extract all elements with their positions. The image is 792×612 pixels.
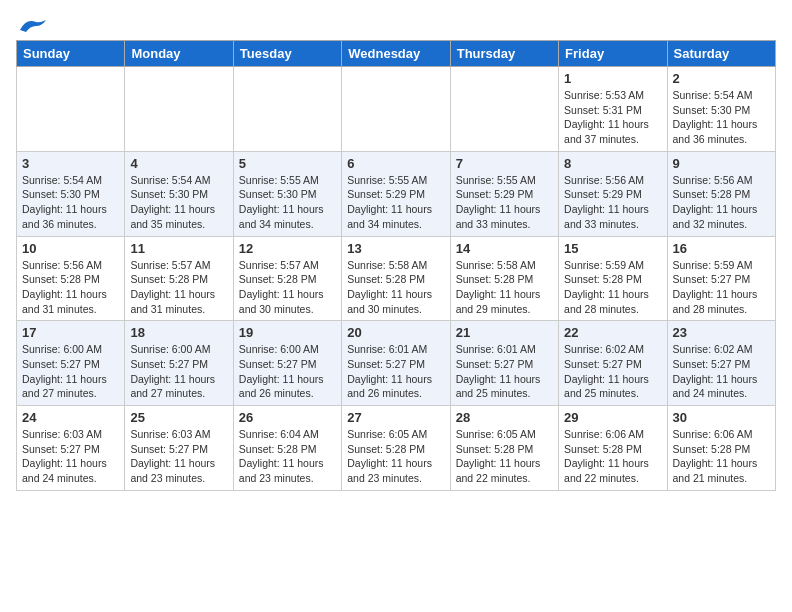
day-info-line: Sunrise: 6:03 AM — [130, 427, 227, 442]
day-info-line: Sunset: 5:28 PM — [347, 442, 444, 457]
day-info-line: Sunset: 5:28 PM — [347, 272, 444, 287]
calendar-cell: 18Sunrise: 6:00 AMSunset: 5:27 PMDayligh… — [125, 321, 233, 406]
day-number: 9 — [673, 156, 770, 171]
calendar-cell: 14Sunrise: 5:58 AMSunset: 5:28 PMDayligh… — [450, 236, 558, 321]
day-info-line: Sunrise: 5:54 AM — [673, 88, 770, 103]
calendar-cell: 9Sunrise: 5:56 AMSunset: 5:28 PMDaylight… — [667, 151, 775, 236]
day-info-line: Daylight: 11 hours — [456, 456, 553, 471]
day-number: 22 — [564, 325, 661, 340]
day-info-line: Daylight: 11 hours — [22, 202, 119, 217]
day-info-line: Sunrise: 6:00 AM — [130, 342, 227, 357]
day-info-line: Daylight: 11 hours — [347, 202, 444, 217]
calendar-cell: 19Sunrise: 6:00 AMSunset: 5:27 PMDayligh… — [233, 321, 341, 406]
day-info-line: Sunset: 5:28 PM — [130, 272, 227, 287]
day-info-line: Sunset: 5:28 PM — [22, 272, 119, 287]
day-info-line: and 37 minutes. — [564, 132, 661, 147]
day-info-line: Sunrise: 5:56 AM — [673, 173, 770, 188]
logo-bird-icon — [18, 16, 48, 36]
day-info-line: Sunset: 5:30 PM — [239, 187, 336, 202]
calendar-cell: 28Sunrise: 6:05 AMSunset: 5:28 PMDayligh… — [450, 406, 558, 491]
day-info-line: Sunset: 5:27 PM — [130, 442, 227, 457]
day-number: 20 — [347, 325, 444, 340]
day-info-line: Sunrise: 5:56 AM — [564, 173, 661, 188]
day-info-line: Daylight: 11 hours — [456, 287, 553, 302]
day-info-line: and 24 minutes. — [22, 471, 119, 486]
day-info-line: Daylight: 11 hours — [130, 287, 227, 302]
calendar-cell: 30Sunrise: 6:06 AMSunset: 5:28 PMDayligh… — [667, 406, 775, 491]
day-info-line: Sunset: 5:28 PM — [239, 272, 336, 287]
day-info-line: Daylight: 11 hours — [673, 372, 770, 387]
day-info-line: Sunrise: 6:02 AM — [673, 342, 770, 357]
day-info-line: Sunset: 5:27 PM — [22, 357, 119, 372]
day-info-line: and 21 minutes. — [673, 471, 770, 486]
day-info-line: Sunset: 5:27 PM — [239, 357, 336, 372]
day-number: 1 — [564, 71, 661, 86]
day-number: 5 — [239, 156, 336, 171]
day-info-line: Sunset: 5:28 PM — [564, 272, 661, 287]
day-number: 16 — [673, 241, 770, 256]
day-info-line: Sunset: 5:31 PM — [564, 103, 661, 118]
day-info-line: Daylight: 11 hours — [456, 202, 553, 217]
calendar-cell: 7Sunrise: 5:55 AMSunset: 5:29 PMDaylight… — [450, 151, 558, 236]
day-info-line: and 25 minutes. — [564, 386, 661, 401]
day-info-line: Sunset: 5:28 PM — [456, 442, 553, 457]
col-header-saturday: Saturday — [667, 41, 775, 67]
day-info-line: Daylight: 11 hours — [673, 117, 770, 132]
day-info-line: and 23 minutes. — [347, 471, 444, 486]
calendar-table: SundayMondayTuesdayWednesdayThursdayFrid… — [16, 40, 776, 491]
day-info-line: Sunset: 5:28 PM — [673, 442, 770, 457]
day-info-line: and 33 minutes. — [564, 217, 661, 232]
day-info-line: Sunset: 5:30 PM — [673, 103, 770, 118]
day-info-line: Daylight: 11 hours — [347, 372, 444, 387]
day-number: 21 — [456, 325, 553, 340]
day-info-line: Sunset: 5:30 PM — [22, 187, 119, 202]
day-number: 27 — [347, 410, 444, 425]
day-info-line: and 26 minutes. — [347, 386, 444, 401]
day-info-line: Sunset: 5:27 PM — [22, 442, 119, 457]
day-number: 30 — [673, 410, 770, 425]
day-info-line: Daylight: 11 hours — [564, 287, 661, 302]
day-number: 13 — [347, 241, 444, 256]
day-info-line: Sunrise: 6:04 AM — [239, 427, 336, 442]
day-number: 10 — [22, 241, 119, 256]
day-number: 19 — [239, 325, 336, 340]
calendar-cell: 24Sunrise: 6:03 AMSunset: 5:27 PMDayligh… — [17, 406, 125, 491]
day-info-line: Sunset: 5:28 PM — [239, 442, 336, 457]
day-info-line: Daylight: 11 hours — [22, 287, 119, 302]
day-number: 25 — [130, 410, 227, 425]
day-number: 24 — [22, 410, 119, 425]
col-header-thursday: Thursday — [450, 41, 558, 67]
day-info-line: Sunset: 5:28 PM — [456, 272, 553, 287]
day-info-line: Sunset: 5:27 PM — [673, 357, 770, 372]
day-number: 15 — [564, 241, 661, 256]
day-info-line: Daylight: 11 hours — [564, 202, 661, 217]
calendar-cell: 29Sunrise: 6:06 AMSunset: 5:28 PMDayligh… — [559, 406, 667, 491]
calendar-cell: 4Sunrise: 5:54 AMSunset: 5:30 PMDaylight… — [125, 151, 233, 236]
day-info-line: and 28 minutes. — [673, 302, 770, 317]
day-info-line: Sunset: 5:27 PM — [673, 272, 770, 287]
day-number: 26 — [239, 410, 336, 425]
day-number: 17 — [22, 325, 119, 340]
day-number: 8 — [564, 156, 661, 171]
day-info-line: and 33 minutes. — [456, 217, 553, 232]
calendar-cell: 8Sunrise: 5:56 AMSunset: 5:29 PMDaylight… — [559, 151, 667, 236]
calendar-cell: 2Sunrise: 5:54 AMSunset: 5:30 PMDaylight… — [667, 67, 775, 152]
day-info-line: and 24 minutes. — [673, 386, 770, 401]
day-info-line: Sunset: 5:27 PM — [130, 357, 227, 372]
calendar-cell: 10Sunrise: 5:56 AMSunset: 5:28 PMDayligh… — [17, 236, 125, 321]
calendar-cell: 20Sunrise: 6:01 AMSunset: 5:27 PMDayligh… — [342, 321, 450, 406]
day-info-line: and 23 minutes. — [130, 471, 227, 486]
day-info-line: Sunrise: 5:59 AM — [564, 258, 661, 273]
calendar-cell: 13Sunrise: 5:58 AMSunset: 5:28 PMDayligh… — [342, 236, 450, 321]
day-number: 2 — [673, 71, 770, 86]
day-info-line: and 23 minutes. — [239, 471, 336, 486]
calendar-cell — [125, 67, 233, 152]
calendar-cell: 25Sunrise: 6:03 AMSunset: 5:27 PMDayligh… — [125, 406, 233, 491]
calendar-cell: 11Sunrise: 5:57 AMSunset: 5:28 PMDayligh… — [125, 236, 233, 321]
day-info-line: Sunrise: 6:02 AM — [564, 342, 661, 357]
day-info-line: Sunset: 5:28 PM — [564, 442, 661, 457]
calendar-cell: 15Sunrise: 5:59 AMSunset: 5:28 PMDayligh… — [559, 236, 667, 321]
day-info-line: Sunrise: 6:01 AM — [456, 342, 553, 357]
col-header-friday: Friday — [559, 41, 667, 67]
day-info-line: Daylight: 11 hours — [564, 372, 661, 387]
